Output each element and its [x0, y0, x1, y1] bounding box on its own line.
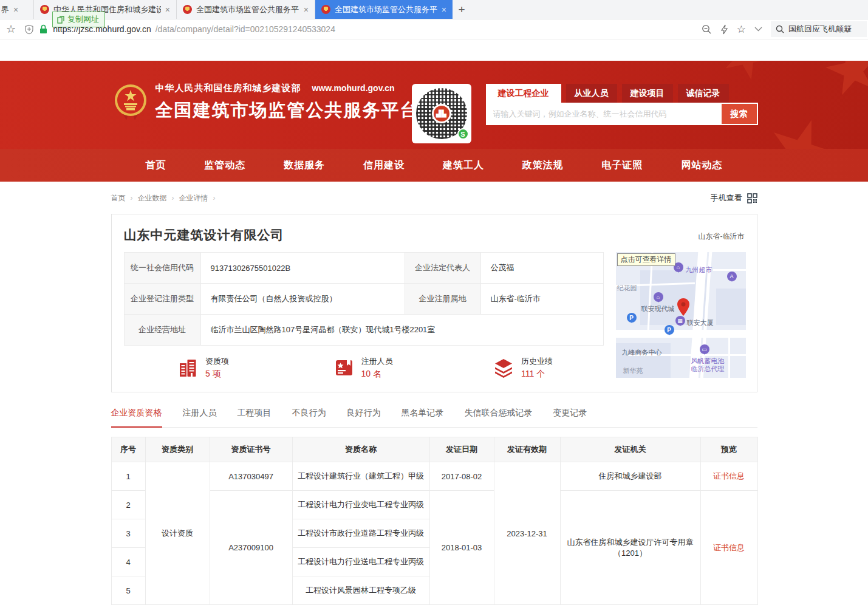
tab-change-records[interactable]: 变更记录	[553, 408, 587, 427]
layers-icon	[493, 358, 514, 378]
nav-item-credit[interactable]: 信用建设	[363, 159, 405, 172]
seq-cell: 4	[111, 548, 145, 576]
cert-no-cell: A137030497	[210, 462, 292, 491]
national-emblem-icon	[114, 84, 147, 121]
chevron-right-icon: ›	[213, 194, 216, 202]
stat-value: 10 名	[361, 369, 393, 380]
nav-item-home[interactable]: 首页	[146, 159, 166, 172]
tab-projects[interactable]: 工程项目	[238, 408, 272, 427]
search-button[interactable]: 搜索	[720, 103, 758, 125]
breadcrumb-home[interactable]: 首页	[111, 193, 126, 203]
company-card: 山东中元建筑设计有限公司 山东省-临沂市 统一社会信用代码 9137130267…	[111, 214, 757, 392]
map-road	[616, 330, 746, 338]
zoom-out-icon[interactable]	[702, 24, 712, 35]
stat-qualifications[interactable]: 资质项 5 项	[124, 356, 284, 380]
map-road	[713, 269, 746, 271]
stat-registered-personnel[interactable]: 注册人员 10 名	[284, 356, 443, 380]
qualification-name-cell: 工程设计电力行业变电工程专业丙级	[292, 491, 429, 519]
field-label: 企业注册属地	[405, 284, 480, 315]
mobile-view-link[interactable]: 手机查看	[711, 193, 757, 203]
map-label-supermarket: 九州超市	[686, 265, 713, 275]
field-label: 企业法定代表人	[405, 253, 480, 284]
category-cell: 设计资质	[145, 462, 210, 605]
tab-blacklist[interactable]: 黑名单记录	[402, 408, 444, 427]
site-logo[interactable]: 中华人民共和国住房和城乡建设部 www.mohurd.gov.cn 全国建筑市场…	[114, 83, 419, 123]
browser-tab-3[interactable]: 全国建筑市场监管公共服务平台 ×	[177, 0, 315, 19]
tab-dishonesty-records[interactable]: 失信联合惩戒记录	[465, 408, 533, 427]
search-tab-enterprise[interactable]: 建设工程企业	[486, 84, 561, 103]
shield-icon[interactable]	[24, 24, 34, 35]
stat-label: 历史业绩	[521, 356, 553, 367]
address-bar: ☆ https://jzsc.mohurd.gov.cn/data/compan…	[0, 19, 868, 39]
company-stats: 资质项 5 项 注册人员	[124, 356, 603, 380]
breadcrumb-company-data[interactable]: 企业数据	[138, 193, 167, 203]
location-map[interactable]: 点击可查看详情 ⌂ 九州超市 A 纪花园 ⌂ 联安现代城 ▦ 联安大厦 P P …	[616, 252, 746, 378]
keyword-search-input[interactable]	[486, 103, 720, 125]
ministry-name: 中华人民共和国住房和城乡建设部	[155, 83, 301, 94]
quick-search-box[interactable]: 国航回应飞机颠簸	[771, 21, 867, 37]
browser-tab-1[interactable]: 界 ×	[0, 0, 34, 19]
cert-no-cell: A237009100	[210, 491, 292, 605]
qr-code-icon	[747, 193, 757, 203]
close-icon[interactable]: ×	[442, 5, 446, 15]
certificate-info-link[interactable]: 证书信息	[713, 543, 745, 552]
page-content: 首页 › 企业数据 › 企业详情 › 手机查看 山东中元建筑设计有限公司 山东省…	[111, 182, 757, 605]
browser-window: 界 × 中华人民共和国住房和城乡建设 × 全国建筑市场监管公共服务平台 × 全国…	[0, 0, 868, 605]
table-row: 1 设计资质 A137030497 工程设计建筑行业（建筑工程）甲级 2017-…	[111, 462, 757, 491]
new-tab-button[interactable]: +	[453, 0, 471, 19]
tab-registered-personnel[interactable]: 注册人员	[183, 408, 217, 427]
tab-good-behavior[interactable]: 良好行为	[347, 408, 381, 427]
favorite-star-icon[interactable]: ☆	[737, 23, 746, 36]
company-region: 山东省-临沂市	[699, 231, 745, 242]
qualification-name-cell: 工程设计电力行业送电工程专业丙级	[292, 548, 429, 576]
breadcrumb-company-detail[interactable]: 企业详情	[179, 193, 208, 203]
close-icon[interactable]: ×	[304, 5, 309, 15]
col-header-preview: 预览	[700, 437, 757, 462]
business-address-value: 临沂市兰山区陶然路107号星河晶都（联安）现代城1号楼2201室	[200, 315, 603, 346]
url-field[interactable]: https://jzsc.mohurd.gov.cn/data/company/…	[53, 22, 702, 37]
map-label-lianan-city: 联安现代城	[641, 304, 675, 313]
tab-bad-behavior[interactable]: 不良行为	[292, 408, 326, 427]
chevron-right-icon: ›	[172, 194, 174, 202]
search-tab-credit[interactable]: 诚信记录	[678, 84, 729, 103]
qr-code: ▟▙ S	[412, 84, 471, 143]
browser-tab-active[interactable]: 全国建筑市场监管公共服务平台 ×	[315, 0, 453, 19]
nav-item-site-news[interactable]: 网站动态	[681, 159, 722, 172]
decor-star-icon	[821, 61, 868, 102]
parking-icon: P	[665, 325, 674, 335]
nav-item-workers[interactable]: 建筑工人	[443, 159, 484, 172]
qualification-table: 序号 资质类别 资质证书号 资质名称 发证日期 发证有效期 发证机关 预览 1 …	[111, 437, 758, 605]
valid-until-cell: 2023-12-31	[494, 462, 560, 605]
tab-qualifications[interactable]: 企业资质资格	[111, 408, 162, 428]
nav-item-supervision[interactable]: 监管动态	[204, 159, 245, 172]
quick-search-text: 国航回应飞机颠簸	[788, 24, 852, 35]
close-icon[interactable]: ×	[13, 5, 18, 15]
seq-cell: 3	[111, 519, 145, 548]
chevron-down-icon[interactable]	[754, 27, 762, 32]
lightning-icon[interactable]	[720, 24, 728, 35]
credit-code-value: 91371302675501022B	[200, 253, 405, 284]
search-tab-project[interactable]: 建设项目	[622, 84, 673, 103]
nav-item-data-service[interactable]: 数据服务	[284, 159, 325, 172]
qr-pattern: ▟▙ S	[416, 88, 467, 139]
certificate-icon	[334, 358, 354, 378]
secure-lock-icon[interactable]	[39, 24, 47, 34]
tab-title: 全国建筑市场监管公共服务平台	[196, 4, 299, 15]
authority-cell: 山东省住房和城乡建设厅许可专用章（1201）	[560, 491, 700, 605]
field-label: 统一社会信用代码	[124, 253, 200, 284]
company-name: 山东中元建筑设计有限公司	[124, 227, 284, 244]
location-marker-icon	[677, 298, 690, 316]
copy-url-tooltip: 复制网址	[52, 12, 105, 27]
address-bar-actions: ☆	[702, 23, 762, 36]
copy-url-label: 复制网址	[67, 14, 99, 25]
search-tab-personnel[interactable]: 从业人员	[566, 84, 617, 103]
emblem-favicon	[183, 5, 192, 14]
certificate-info-link[interactable]: 证书信息	[713, 471, 745, 480]
qualification-name-cell: 工程设计建筑行业（建筑工程）甲级	[292, 462, 429, 491]
table-header-row: 序号 资质类别 资质证书号 资质名称 发证日期 发证有效期 发证机关 预览	[111, 437, 757, 462]
nav-item-policy[interactable]: 政策法规	[522, 159, 564, 172]
bookmark-star-icon[interactable]: ☆	[6, 22, 16, 36]
stat-historical-performance[interactable]: 历史业绩 111 个	[443, 356, 603, 380]
close-icon[interactable]: ×	[165, 5, 170, 15]
nav-item-e-license[interactable]: 电子证照	[602, 159, 643, 172]
